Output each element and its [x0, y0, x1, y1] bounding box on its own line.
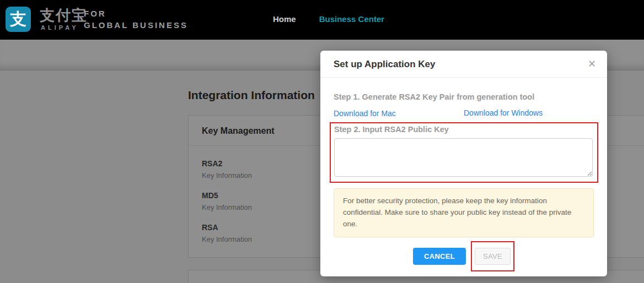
cancel-button[interactable]: CANCEL: [413, 248, 466, 265]
brand-name-english: ALIPAY: [41, 24, 79, 31]
close-icon[interactable]: ✕: [588, 58, 596, 69]
annotation-rect-save: SAVE: [471, 241, 514, 271]
save-button[interactable]: SAVE: [475, 248, 511, 265]
brand-name-chinese: 支付宝: [40, 6, 88, 25]
tagline-line1: FOR: [84, 8, 188, 19]
download-mac-link[interactable]: Download for Mac: [334, 109, 396, 118]
download-links-row: Download for Mac Download for Windows: [334, 108, 594, 118]
security-notice: For better security protection, please k…: [334, 188, 594, 237]
setup-application-key-modal: Set up Application Key ✕ Step 1. Generat…: [320, 51, 607, 276]
modal-body: Step 1. Generate RSA2 Key Pair from gene…: [320, 92, 607, 271]
alipay-logo-icon: 支: [6, 7, 31, 32]
step1-label: Step 1. Generate RSA2 Key Pair from gene…: [334, 92, 594, 101]
rsa2-public-key-textarea[interactable]: [334, 138, 593, 177]
alipay-logo-glyph: 支: [10, 8, 26, 31]
modal-button-row: CANCEL SAVE: [334, 241, 594, 271]
brand-tagline: FOR GLOBAL BUSINESS: [84, 8, 188, 31]
step2-label: Step 2. Input RSA2 Public Key: [334, 125, 593, 134]
tagline-line2: GLOBAL BUSINESS: [84, 19, 188, 31]
nav-item-home[interactable]: Home: [273, 14, 296, 24]
download-windows-link[interactable]: Download for Windows: [464, 108, 543, 118]
annotation-rect-step2: Step 2. Input RSA2 Public Key: [330, 122, 598, 183]
modal-titlebar: Set up Application Key ✕: [320, 51, 607, 78]
nav-item-business-center[interactable]: Business Center: [319, 14, 384, 24]
top-header: 支 支付宝 ALIPAY FOR GLOBAL BUSINESS Home Bu…: [0, 0, 644, 40]
main-nav: Home Business Center: [273, 14, 384, 24]
modal-title: Set up Application Key: [334, 59, 436, 69]
